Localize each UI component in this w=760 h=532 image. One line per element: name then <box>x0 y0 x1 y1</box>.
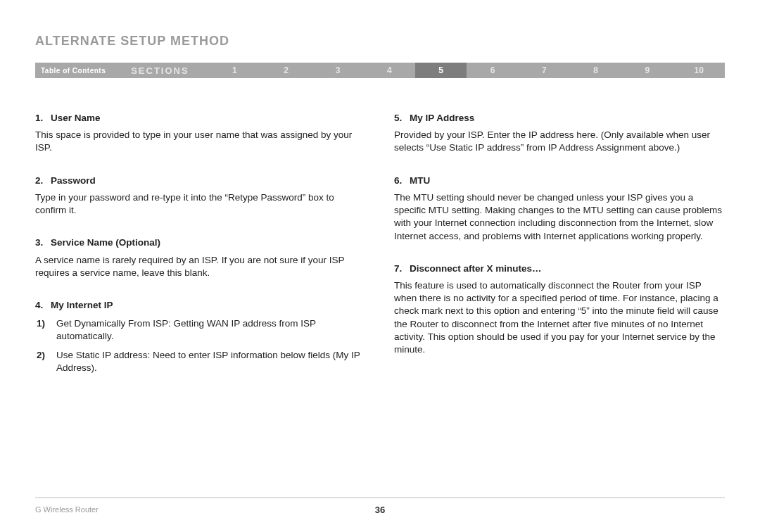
sub-number: 1) <box>35 317 56 343</box>
item-body: This feature is used to automatically di… <box>394 279 725 356</box>
section-link-4[interactable]: 4 <box>364 65 415 75</box>
item-number: 7. <box>394 262 410 275</box>
item-title: User Name <box>51 113 101 123</box>
section-nav: Table of Contents SECTIONS 1 2 3 4 5 6 7… <box>35 63 725 78</box>
item-password: 2.Password Type in your password and re-… <box>35 175 366 217</box>
section-link-9[interactable]: 9 <box>621 65 673 75</box>
item-number: 5. <box>394 112 410 125</box>
item-title: Service Name (Optional) <box>51 237 160 248</box>
item-number: 6. <box>394 175 410 187</box>
section-link-3[interactable]: 3 <box>312 65 363 75</box>
toc-link[interactable]: Table of Contents <box>35 67 111 75</box>
item-heading: 1.User Name <box>35 112 366 125</box>
item-mtu: 6.MTU The MTU setting should never be ch… <box>394 175 725 243</box>
page: ALTERNATE SETUP METHOD Table of Contents… <box>0 0 760 532</box>
sub-text: Get Dynamically From ISP: Getting WAN IP… <box>56 317 366 343</box>
page-number: 36 <box>35 505 725 515</box>
right-column: 5.My IP Address Provided by your ISP. En… <box>394 112 725 394</box>
item-title: Disconnect after X minutes… <box>410 263 542 274</box>
page-title: ALTERNATE SETUP METHOD <box>35 34 725 49</box>
item-heading: 3.Service Name (Optional) <box>35 236 366 249</box>
section-link-7[interactable]: 7 <box>519 65 570 75</box>
item-user-name: 1.User Name This space is provided to ty… <box>35 112 366 155</box>
item-title: MTU <box>410 175 430 186</box>
item-heading: 7.Disconnect after X minutes… <box>394 262 725 275</box>
content: 1.User Name This space is provided to ty… <box>35 112 725 394</box>
sub-number: 2) <box>35 349 56 374</box>
product-name: G Wireless Router <box>35 505 99 514</box>
item-title: My IP Address <box>410 113 474 123</box>
footer: G Wireless Router 36 <box>35 498 725 514</box>
item-my-ip-address: 5.My IP Address Provided by your ISP. En… <box>394 112 725 155</box>
item-number: 3. <box>35 236 51 249</box>
section-link-8[interactable]: 8 <box>570 65 621 75</box>
item-body: A service name is rarely required by an … <box>35 254 366 279</box>
sections-label: SECTIONS <box>111 65 208 76</box>
item-title: My Internet IP <box>51 300 113 310</box>
section-link-1[interactable]: 1 <box>209 65 260 75</box>
section-link-10[interactable]: 10 <box>673 65 725 75</box>
section-link-6[interactable]: 6 <box>467 65 518 75</box>
item-number: 4. <box>35 299 51 312</box>
item-heading: 6.MTU <box>394 175 725 187</box>
item-heading: 5.My IP Address <box>394 112 725 125</box>
item-body: Type in your password and re-type it int… <box>35 191 366 217</box>
item-body: Provided by your ISP. Enter the IP addre… <box>394 129 725 154</box>
item-title: Password <box>51 175 96 186</box>
item-body: This space is provided to type in your u… <box>35 129 366 154</box>
item-number: 1. <box>35 112 51 125</box>
sub-item: 1) Get Dynamically From ISP: Getting WAN… <box>35 317 366 343</box>
sub-text: Use Static IP address: Need to enter ISP… <box>56 349 366 374</box>
item-service-name: 3.Service Name (Optional) A service name… <box>35 236 366 279</box>
item-disconnect: 7.Disconnect after X minutes… This featu… <box>394 262 725 357</box>
item-body: The MTU setting should never be changed … <box>394 191 725 243</box>
section-link-5[interactable]: 5 <box>415 63 467 78</box>
section-link-2[interactable]: 2 <box>260 65 312 75</box>
item-heading: 4.My Internet IP <box>35 299 366 312</box>
item-my-internet-ip: 4.My Internet IP 1) Get Dynamically From… <box>35 299 366 374</box>
sub-item: 2) Use Static IP address: Need to enter … <box>35 349 366 374</box>
item-number: 2. <box>35 175 51 187</box>
left-column: 1.User Name This space is provided to ty… <box>35 112 366 394</box>
item-heading: 2.Password <box>35 175 366 187</box>
